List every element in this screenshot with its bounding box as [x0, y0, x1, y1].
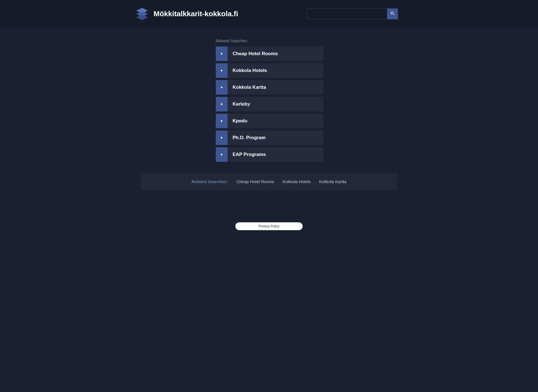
search-item-label: Ph.D. Program — [228, 130, 266, 145]
footer-related-bar: Related Searches: Cheap Hotel Rooms Kokk… — [141, 173, 397, 190]
play-icon — [216, 46, 228, 61]
footer-related-label: Related Searches: — [192, 179, 228, 184]
play-icon — [216, 147, 228, 162]
search-item[interactable]: EAP Programs — [216, 147, 323, 162]
search-item-label: Karleby — [228, 97, 250, 111]
header-bar: Mökkitalkkarit-kokkola.fi — [0, 0, 538, 27]
main-content: Related Searches: Cheap Hotel Rooms Kokk… — [134, 39, 404, 230]
related-searches-section: Related Searches: Cheap Hotel Rooms Kokk… — [216, 39, 323, 162]
footer-link[interactable]: Kokkola Kartta — [319, 179, 347, 184]
search-item-label: Kokkola Kartta — [228, 80, 266, 95]
stacked-layers-icon — [134, 6, 150, 21]
play-icon — [216, 63, 228, 78]
logo-area[interactable]: Mökkitalkkarit-kokkola.fi — [134, 6, 238, 21]
search-item[interactable]: Kpedu — [216, 114, 323, 128]
search-item-label: EAP Programs — [228, 147, 266, 162]
privacy-policy-button[interactable]: Privacy Policy — [235, 222, 303, 230]
footer-link[interactable]: Cheap Hotel Rooms — [236, 179, 274, 184]
related-searches-label: Related Searches: — [216, 39, 323, 43]
search-input[interactable] — [307, 8, 387, 19]
play-icon — [216, 97, 228, 111]
play-icon — [216, 114, 228, 128]
header-content: Mökkitalkkarit-kokkola.fi — [134, 6, 404, 21]
play-icon — [216, 130, 228, 145]
search-item[interactable]: Ph.D. Program — [216, 130, 323, 145]
search-item-label: Kpedu — [228, 114, 247, 128]
search-item[interactable]: Kokkola Hotels — [216, 63, 323, 78]
search-area — [307, 8, 398, 19]
search-item-label: Cheap Hotel Rooms — [228, 46, 278, 61]
search-button[interactable] — [387, 8, 398, 19]
site-title: Mökkitalkkarit-kokkola.fi — [154, 10, 238, 18]
privacy-policy-label: Privacy Policy — [259, 224, 280, 228]
search-item[interactable]: Kokkola Kartta — [216, 80, 323, 95]
search-item[interactable]: Karleby — [216, 97, 323, 111]
footer-link[interactable]: Kokkola Hotels — [283, 179, 311, 184]
play-icon — [216, 80, 228, 95]
search-item[interactable]: Cheap Hotel Rooms — [216, 46, 323, 61]
search-item-label: Kokkola Hotels — [228, 63, 267, 78]
search-icon — [390, 11, 395, 17]
search-list: Cheap Hotel Rooms Kokkola Hotels Kokkola… — [216, 46, 323, 162]
